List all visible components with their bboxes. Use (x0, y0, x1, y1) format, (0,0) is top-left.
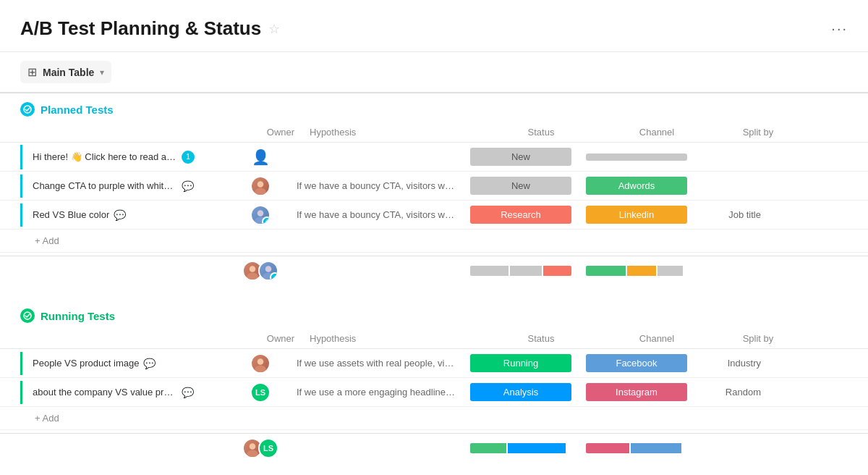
row-name-text[interactable]: about the company VS value proposi... (33, 387, 177, 398)
summary-status-bar (463, 266, 579, 276)
table-row: Change CTA to purple with white text 💬 I… (0, 172, 868, 201)
channel-summary-bar (586, 266, 687, 276)
avatar: LS (250, 382, 271, 403)
avatar (250, 176, 271, 196)
col-header-owner: Owner (252, 127, 310, 138)
comment-icon[interactable]: 💬 (182, 387, 194, 398)
planned-table: Owner Hypothesis Status Channel Split by… (0, 122, 868, 285)
main-page: A/B Test Planning & Status ☆ ··· ⊞ Main … (0, 0, 868, 475)
running-column-headers: Owner Hypothesis Status Channel Split by (0, 329, 868, 349)
running-group-toggle[interactable]: Running Tests (20, 308, 115, 323)
status-cell: Analysis (463, 383, 579, 401)
page-header: A/B Test Planning & Status ☆ ··· (0, 0, 868, 52)
running-group-icon (20, 308, 35, 323)
owner-cell (231, 353, 289, 374)
planned-group-icon (20, 102, 35, 117)
split-cell: Random (694, 387, 781, 398)
col-header-channel: Channel (599, 127, 715, 138)
row-name-text[interactable]: Red VS Blue color (33, 209, 109, 220)
status-cell: New (463, 177, 579, 195)
table-name-label: Main Table (43, 67, 94, 78)
avatar: + (250, 205, 271, 225)
svg-point-7 (265, 266, 272, 272)
row-name-cell: Hi there! 👋 Click here to read about ...… (20, 145, 231, 169)
col-header-hypothesis: Hypothesis (310, 333, 483, 344)
svg-point-11 (255, 365, 265, 372)
hypothesis-cell: If we use assets with real people, visit… (289, 358, 463, 369)
svg-point-12 (250, 443, 256, 450)
bar-segment (510, 266, 542, 276)
bar-segment (543, 266, 571, 276)
planned-tests-group: Planned Tests Owner Hypothesis Status Ch… (0, 93, 868, 285)
table-row: Hi there! 👋 Click here to read about ...… (0, 143, 868, 172)
row-name-cell: about the company VS value proposi... 💬 (20, 381, 231, 404)
hypothesis-cell: If we have a bouncy CTA, visitors will b… (289, 209, 463, 220)
add-row: + Add (0, 407, 868, 430)
owner-cell: 👤 (231, 148, 289, 166)
channel-summary-bar (586, 443, 687, 453)
comment-icon[interactable]: 💬 (182, 180, 194, 192)
channel-badge: Facebook (586, 354, 687, 372)
comment-icon[interactable]: 💬 (114, 209, 126, 221)
summary-avatars: LS (231, 438, 289, 458)
favorite-icon[interactable]: ☆ (268, 21, 280, 37)
add-row: + Add (0, 230, 868, 253)
bar-segment (508, 443, 566, 453)
col-header-channel: Channel (599, 333, 715, 344)
add-item-button[interactable]: + Add (35, 413, 59, 424)
row-name-text[interactable]: Hi there! 👋 Click here to read about ... (33, 151, 177, 162)
table-grid-icon: ⊞ (27, 65, 37, 79)
bar-segment (627, 266, 656, 276)
bar-segment (658, 266, 683, 276)
col-header-split: Split by (715, 333, 801, 344)
svg-point-10 (258, 358, 264, 365)
summary-avatars: + (231, 261, 289, 281)
owner-cell: + (231, 205, 289, 225)
owner-cell (231, 176, 289, 196)
planned-summary-row: + (0, 256, 868, 285)
chevron-down-icon: ▾ (100, 67, 104, 77)
owner-cell: LS (231, 382, 289, 403)
row-name-cell: People VS product image 💬 (20, 352, 231, 375)
bar-segment (631, 443, 681, 453)
row-name-text[interactable]: Change CTA to purple with white text (33, 180, 177, 191)
svg-point-5 (250, 266, 256, 272)
status-summary-bar (470, 443, 571, 453)
svg-point-13 (247, 450, 258, 458)
row-name-cell: Change CTA to purple with white text 💬 (20, 175, 231, 198)
status-badge: Analysis (470, 383, 571, 401)
comment-icon[interactable]: 💬 (143, 358, 156, 369)
status-cell: Research (463, 206, 579, 224)
page-title: A/B Test Planning & Status (20, 17, 261, 40)
avatar: LS (258, 438, 278, 458)
col-header-status: Status (483, 333, 599, 344)
bar-segment (586, 443, 629, 453)
status-summary-bar (470, 266, 571, 276)
channel-badge: Linkedin (586, 206, 687, 224)
split-cell: Job title (694, 209, 781, 220)
avatar (250, 353, 271, 374)
planned-group-toggle[interactable]: Planned Tests (20, 102, 114, 117)
avatar: + (258, 261, 278, 281)
channel-cell: Adwords (579, 177, 694, 195)
channel-cell: Instagram (579, 383, 694, 401)
col-header-owner: Owner (252, 333, 310, 344)
planned-group-header: Planned Tests (0, 93, 868, 122)
status-badge: Running (470, 354, 571, 372)
col-header-split: Split by (715, 127, 801, 138)
add-item-button[interactable]: + Add (35, 235, 59, 246)
col-header-status: Status (483, 127, 599, 138)
col-header-hypothesis: Hypothesis (310, 127, 483, 138)
more-options-icon[interactable]: ··· (831, 20, 848, 37)
summary-status-bar (463, 443, 579, 453)
summary-channel-bar (579, 443, 694, 453)
svg-point-1 (258, 181, 264, 188)
channel-cell (579, 154, 694, 161)
bar-segment (470, 443, 506, 453)
svg-point-2 (255, 188, 265, 195)
owner-avatar-placeholder: 👤 (252, 148, 270, 166)
table-selector[interactable]: ⊞ Main Table ▾ (20, 61, 111, 83)
row-name-text[interactable]: People VS product image (33, 358, 139, 369)
status-badge: Research (470, 206, 571, 224)
bar-segment (586, 266, 626, 276)
